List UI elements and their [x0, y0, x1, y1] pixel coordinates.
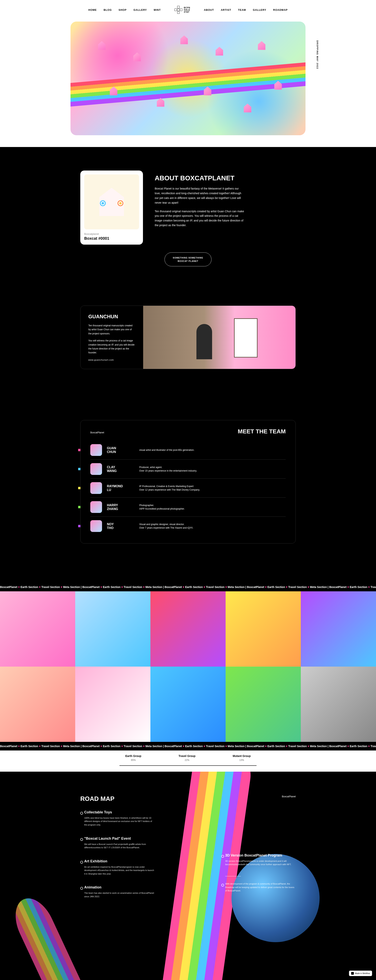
marquee-top: BoxcatPlanet ♥ Earth Section ♥ Travel Se…: [0, 583, 376, 591]
team-row: CLAYWANG Producer, artist agent.Over 15 …: [90, 460, 286, 479]
team-member-bio: Visual and graphic designer, visual dire…: [139, 523, 286, 530]
team-member-bio: Photographer.AIPP Accredited professiona…: [139, 504, 286, 511]
nft-collection-label: Boxcatplanet: [84, 232, 139, 235]
roadmap-item: AnimationThe team has also started to wo…: [80, 885, 155, 898]
webflow-badge[interactable]: Made in Webflow: [349, 970, 372, 976]
team-label: BoxcatPlanet: [90, 431, 104, 434]
roadmap-item-body: We will have a Boxcat Launch Pad project…: [84, 843, 155, 850]
top-nav: HOME BLOG SHOP GALLERY MINT BCPN OALE XT…: [0, 0, 376, 18]
nav-roadmap[interactable]: ROADMAP: [273, 8, 288, 11]
about-row: Boxcatplanet Boxcat #0001 ABOUT BOXCATPL…: [80, 170, 296, 245]
nav-mint[interactable]: MINT: [154, 8, 161, 11]
roadmap-label: BoxcatPlanet: [282, 795, 296, 802]
group-percentage: 13%: [233, 759, 251, 762]
gallery-item[interactable]: [151, 591, 225, 667]
gallery-item[interactable]: [301, 591, 376, 667]
group-percentage: 65%: [125, 759, 141, 762]
artist-heading: GUANCHUN: [88, 313, 135, 320]
hero-section: DROPPING MAY 2022: [0, 18, 376, 147]
team-row: RAYMONDLU IP Professional, Creative & Ev…: [90, 479, 286, 498]
gallery-item[interactable]: [301, 667, 376, 742]
nav-team[interactable]: TEAM: [238, 8, 246, 11]
gallery-item[interactable]: [75, 591, 151, 667]
roadmap-item-title: Art Exhibition: [84, 859, 155, 863]
artist-p1: Ten thousand original manuscripts create…: [88, 324, 135, 336]
artist-card: GUANCHUN Ten thousand original manuscrip…: [80, 305, 296, 369]
nft-card: Boxcatplanet Boxcat #0001: [80, 170, 143, 245]
group-percentage: 22%: [179, 759, 195, 762]
nav-blog[interactable]: BLOG: [103, 8, 112, 11]
nav-home[interactable]: HOME: [88, 8, 97, 11]
group-name: Travel Group: [179, 754, 195, 757]
team-member-bio: IP Professional, Creative & Events Marke…: [139, 485, 286, 492]
about-heading: ABOUT BOXCATPLANET: [155, 175, 296, 182]
team-avatar: [90, 501, 102, 513]
artist-photo: [143, 306, 295, 369]
nav-gallery[interactable]: GALLERY: [133, 8, 147, 11]
team-member-name: HARRYZHANG: [107, 503, 134, 511]
nav-shop[interactable]: SHOP: [119, 8, 127, 11]
about-p1: Boxcat Planet is our beautiful fantasy o…: [155, 186, 245, 205]
team-member-name: CLAYWANG: [107, 465, 134, 473]
roadmap-item-body: 100% size blind toy boxes have been fini…: [84, 816, 155, 827]
artist-website-link[interactable]: www.guanchunart.com: [88, 359, 135, 361]
nft-title: Boxcat #0001: [84, 236, 139, 241]
group-name: Earth Group: [125, 754, 141, 757]
main-black-section: Boxcatplanet Boxcat #0001 ABOUT BOXCATPL…: [0, 147, 376, 583]
group-tab[interactable]: Earth Group65%: [119, 751, 147, 765]
logo-text: BCPN OALE XTAT: [184, 7, 190, 13]
nav-artist[interactable]: ARTIST: [221, 8, 231, 11]
drop-date-label: DROPPING MAY 2022: [316, 40, 319, 69]
roadmap-item: With development of the program & commun…: [221, 882, 296, 892]
team-avatar: [90, 444, 102, 456]
gallery-item[interactable]: [151, 667, 225, 742]
group-tab[interactable]: Travel Group22%: [173, 751, 201, 765]
team-avatar: [90, 482, 102, 494]
gallery-item[interactable]: [0, 667, 75, 742]
gallery-item[interactable]: [75, 667, 151, 742]
groups-section: Earth Group65%Travel Group22%Mutant Grou…: [0, 751, 376, 772]
nav-right: ABOUT ARTIST TEAM GALLERY ROADMAP: [204, 8, 288, 11]
roadmap-item-body: 3D version BoxcatPlanetartwork is under …: [225, 859, 296, 866]
nav-about[interactable]: ABOUT: [204, 8, 214, 11]
roadmap-item: Art ExhibitionAn art exhibition inspired…: [80, 859, 155, 876]
roadmap-item-title: 3D Version BoxcatPlanet Program: [225, 853, 296, 858]
logo-icon: [175, 6, 182, 14]
team-avatar: [90, 520, 102, 532]
roadmap-item-body: An art exhibition inspired by BoxcatPlan…: [84, 865, 155, 876]
cta-button[interactable]: SOMETHING SOMETHING BOXCAT PLANET: [165, 253, 211, 266]
webflow-icon: [351, 972, 354, 975]
roadmap-item: "Boxcat Launch Pad" EventWe will have a …: [80, 837, 155, 850]
gallery-item[interactable]: [0, 591, 75, 667]
roadmap-section: ROAD MAP BoxcatPlanet Collectable Toys10…: [0, 772, 376, 980]
team-member-name: NOYTHO: [107, 522, 134, 530]
artist-p2: You will witness the process of a cat im…: [88, 339, 135, 355]
group-tab[interactable]: Mutant Group13%: [227, 751, 257, 765]
team-row: NOYTHO Visual and graphic designer, visu…: [90, 517, 286, 536]
team-member-bio: visual artist and illustrator of the pos…: [139, 448, 286, 452]
roadmap-item-body: With development of the program & commun…: [225, 882, 296, 892]
team-member-bio: Producer, artist agent.Over 15 years exp…: [139, 466, 286, 473]
nav-gallery-2[interactable]: GALLERY: [253, 8, 267, 11]
logo[interactable]: BCPN OALE XTAT: [175, 6, 190, 14]
team-avatar: [90, 463, 102, 475]
team-row: HARRYZHANG Photographer.AIPP Accredited …: [90, 498, 286, 517]
roadmap-item: Collectable Toys100% size blind toy boxe…: [80, 810, 155, 827]
roadmap-item: 3D Version BoxcatPlanet Program3D versio…: [221, 853, 296, 866]
about-text: ABOUT BOXCATPLANET Boxcat Planet is our …: [155, 170, 296, 232]
gallery-item[interactable]: [225, 591, 301, 667]
nft-gallery: [0, 591, 376, 742]
nav-left: HOME BLOG SHOP GALLERY MINT: [88, 8, 161, 11]
roadmap-item-body: The team has also started to work on ana…: [84, 891, 155, 898]
nft-image: [84, 175, 139, 229]
team-heading: MEET THE TEAM: [238, 428, 286, 435]
roadmap-heading: ROAD MAP: [80, 795, 114, 802]
team-card: BoxcatPlanet MEET THE TEAM GUANCHUN visu…: [80, 420, 296, 544]
gallery-item[interactable]: [225, 667, 301, 742]
team-member-name: GUANCHUN: [107, 446, 134, 454]
team-member-name: RAYMONDLU: [107, 484, 134, 492]
about-p2: Ten thousand original manuscripts create…: [155, 209, 245, 228]
roadmap-item-title: Animation: [84, 885, 155, 889]
roadmap-item-title: "Boxcat Launch Pad" Event: [84, 837, 155, 841]
marquee-bottom: BoxcatPlanet ♥ Earth Section ♥ Travel Se…: [0, 742, 376, 751]
